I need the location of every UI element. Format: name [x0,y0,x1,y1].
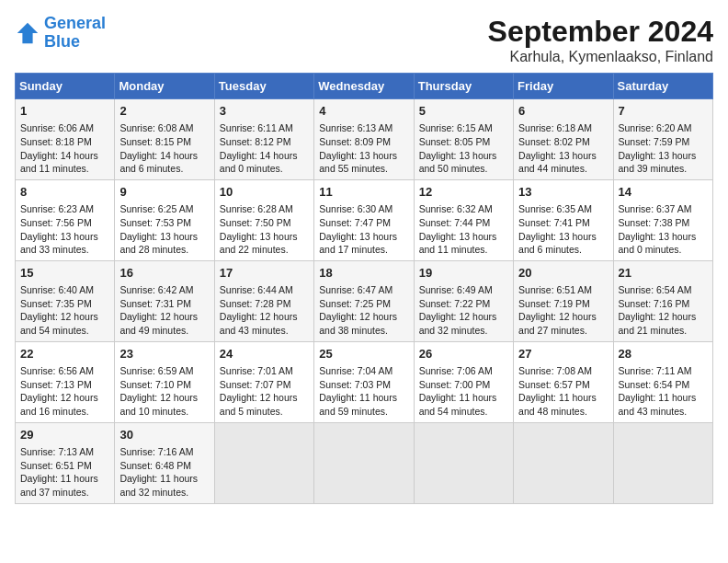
day-info: Sunrise: 6:32 AM [419,202,508,216]
day-info: and 37 minutes. [20,486,109,500]
day-info: Daylight: 11 hours [518,391,608,405]
calendar-cell: 25Sunrise: 7:04 AMSunset: 7:03 PMDayligh… [314,341,414,422]
calendar-cell: 22Sunrise: 6:56 AMSunset: 7:13 PMDayligh… [16,341,115,422]
day-number: 10 [220,184,309,201]
calendar-cell: 14Sunrise: 6:37 AMSunset: 7:38 PMDayligh… [613,179,712,260]
day-number: 13 [518,184,608,201]
day-info: Sunset: 7:38 PM [619,216,708,230]
day-info: Sunset: 8:02 PM [518,135,608,149]
day-info: Daylight: 12 hours [119,391,209,405]
logo-line2: Blue [44,32,80,51]
day-info: Daylight: 13 hours [419,149,508,163]
day-info: and 21 minutes. [619,324,708,338]
day-number: 26 [419,346,508,362]
day-info: and 43 minutes. [220,324,309,338]
day-header-friday: Friday [514,74,613,99]
day-info: and 32 minutes. [119,486,209,500]
day-number: 12 [419,184,508,201]
day-info: Daylight: 13 hours [119,230,209,244]
calendar-cell: 26Sunrise: 7:06 AMSunset: 7:00 PMDayligh… [414,341,513,422]
calendar-body: 1Sunrise: 6:06 AMSunset: 8:18 PMDaylight… [16,99,713,504]
day-info: and 0 minutes. [619,243,708,257]
day-info: and 28 minutes. [119,243,209,257]
day-info: Sunset: 7:41 PM [518,216,608,230]
day-info: Sunset: 7:10 PM [119,378,209,392]
day-info: and 49 minutes. [119,324,209,338]
day-info: Sunset: 7:35 PM [20,297,109,311]
day-info: Sunset: 7:50 PM [220,216,309,230]
day-info: Sunrise: 6:13 AM [319,121,408,135]
day-info: and 6 minutes. [518,243,608,257]
day-info: Sunrise: 7:04 AM [319,364,408,378]
day-info: Sunrise: 6:28 AM [220,202,309,216]
day-info: and 11 minutes. [20,162,109,176]
day-info: Sunrise: 6:59 AM [119,364,209,378]
day-info: Sunset: 8:05 PM [419,135,508,149]
day-info: Sunset: 7:47 PM [319,216,408,230]
day-number: 3 [220,103,309,120]
day-number: 22 [20,346,109,362]
day-info: Sunrise: 6:15 AM [419,121,508,135]
day-info: Sunset: 6:51 PM [20,459,109,473]
day-number: 11 [319,184,408,201]
day-number: 9 [119,184,209,201]
calendar-cell: 7Sunrise: 6:20 AMSunset: 7:59 PMDaylight… [613,99,712,180]
day-info: Daylight: 12 hours [619,310,708,324]
day-info: Sunrise: 7:01 AM [220,364,309,378]
day-info: Daylight: 13 hours [619,149,708,163]
day-info: and 54 minutes. [419,405,508,419]
page-title: September 2024 [488,15,713,49]
day-info: Daylight: 11 hours [619,391,708,405]
day-info: and 6 minutes. [119,162,209,176]
day-info: Sunrise: 6:47 AM [319,283,408,297]
logo: General Blue [15,15,106,52]
day-info: Sunset: 7:07 PM [220,378,309,392]
calendar-cell: 4Sunrise: 6:13 AMSunset: 8:09 PMDaylight… [314,99,414,180]
calendar-table: SundayMondayTuesdayWednesdayThursdayFrid… [15,73,713,504]
day-info: and 0 minutes. [220,162,309,176]
day-info: and 22 minutes. [220,243,309,257]
calendar-cell: 19Sunrise: 6:49 AMSunset: 7:22 PMDayligh… [414,260,513,341]
day-info: and 54 minutes. [20,324,109,338]
day-info: Daylight: 12 hours [20,391,109,405]
day-info: Sunrise: 6:56 AM [20,364,109,378]
calendar-cell: 12Sunrise: 6:32 AMSunset: 7:44 PMDayligh… [414,179,513,260]
day-info: Sunrise: 7:16 AM [119,445,209,459]
calendar-cell: 9Sunrise: 6:25 AMSunset: 7:53 PMDaylight… [115,179,214,260]
calendar-cell: 10Sunrise: 6:28 AMSunset: 7:50 PMDayligh… [214,179,313,260]
calendar-cell [613,422,712,503]
day-header-tuesday: Tuesday [214,74,313,99]
day-info: Sunrise: 7:06 AM [419,364,508,378]
day-info: and 43 minutes. [619,405,708,419]
day-info: and 33 minutes. [20,243,109,257]
day-info: Sunset: 8:15 PM [119,135,209,149]
day-info: Sunset: 8:12 PM [220,135,309,149]
day-info: Sunrise: 6:54 AM [619,283,708,297]
day-info: and 32 minutes. [419,324,508,338]
day-info: Daylight: 13 hours [20,230,109,244]
day-number: 1 [20,103,109,120]
day-info: Daylight: 11 hours [20,472,109,486]
day-info: and 55 minutes. [319,162,408,176]
day-info: and 38 minutes. [319,324,408,338]
day-number: 5 [419,103,508,120]
day-info: and 10 minutes. [119,405,209,419]
day-info: Sunset: 7:59 PM [619,135,708,149]
day-number: 4 [319,103,408,120]
calendar-cell: 5Sunrise: 6:15 AMSunset: 8:05 PMDaylight… [414,99,513,180]
day-info: and 44 minutes. [518,162,608,176]
week-row-4: 22Sunrise: 6:56 AMSunset: 7:13 PMDayligh… [16,341,713,422]
day-info: Sunset: 7:28 PM [220,297,309,311]
calendar-cell: 17Sunrise: 6:44 AMSunset: 7:28 PMDayligh… [214,260,313,341]
day-info: Daylight: 12 hours [220,310,309,324]
calendar-cell: 13Sunrise: 6:35 AMSunset: 7:41 PMDayligh… [514,179,613,260]
day-info: Daylight: 12 hours [220,391,309,405]
day-number: 7 [619,103,708,120]
day-number: 18 [319,265,408,282]
day-info: and 5 minutes. [220,405,309,419]
logo-text: General Blue [44,15,106,52]
day-info: Sunset: 7:03 PM [319,378,408,392]
day-number: 25 [319,346,408,362]
calendar-cell: 6Sunrise: 6:18 AMSunset: 8:02 PMDaylight… [514,99,613,180]
day-info: Daylight: 12 hours [20,310,109,324]
